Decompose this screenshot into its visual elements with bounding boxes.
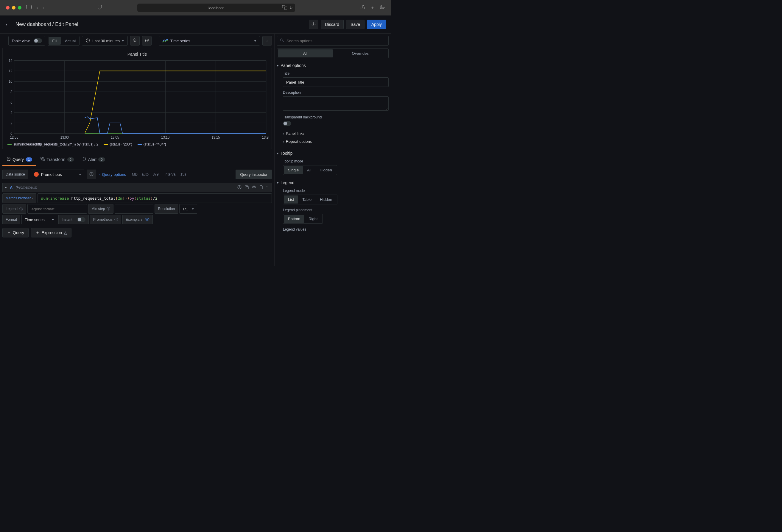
instant-toggle[interactable]: Instant xyxy=(58,215,89,224)
legend-swatch xyxy=(7,144,12,145)
apply-button[interactable]: Apply xyxy=(367,20,386,29)
svg-text:4: 4 xyxy=(10,111,12,114)
url-bar[interactable]: localhost ↻ xyxy=(137,4,295,12)
tab-alert[interactable]: Alert 0 xyxy=(78,154,109,166)
copy-icon[interactable] xyxy=(245,185,249,190)
query-expression-input[interactable]: sum(increase(http_requests_total[2m])) b… xyxy=(38,193,272,203)
tab-transform-label: Transform xyxy=(46,157,65,162)
query-row-header[interactable]: ▾ A (Prometheus) ? ⠿ xyxy=(2,183,272,192)
svg-rect-41 xyxy=(43,159,44,161)
viz-next-button[interactable]: › xyxy=(262,36,272,45)
discard-button[interactable]: Discard xyxy=(321,20,344,29)
close-window-icon[interactable] xyxy=(6,6,9,9)
reload-icon[interactable]: ↻ xyxy=(289,6,293,10)
datasource-select[interactable]: Prometheus ▾ xyxy=(31,169,84,179)
shield-icon[interactable] xyxy=(98,5,102,11)
legend-placement-label: Legend placement xyxy=(283,208,389,212)
instant-label: Instant xyxy=(62,218,72,222)
info-icon[interactable]: ⓘ xyxy=(114,217,118,222)
tab-overview-icon[interactable] xyxy=(380,5,385,11)
datasource-help-button[interactable]: ? xyxy=(87,169,96,179)
actual-button[interactable]: Actual xyxy=(61,36,79,45)
question-icon: ? xyxy=(89,172,94,177)
chevron-down-icon: ▾ xyxy=(122,39,124,43)
tooltip-label: Tooltip xyxy=(281,151,292,156)
share-icon[interactable] xyxy=(361,5,365,11)
title-input[interactable] xyxy=(283,77,389,87)
tab-query-label: Query xyxy=(12,157,24,162)
tab-transform[interactable]: Transform 0 xyxy=(36,154,78,166)
chevron-down-icon: ▾ xyxy=(277,151,279,155)
minstep-label: Min step xyxy=(92,207,105,211)
eye-icon xyxy=(145,218,149,222)
format-select[interactable]: Time series ▾ xyxy=(22,215,57,224)
tooltip-header[interactable]: ▾ Tooltip xyxy=(277,151,389,156)
legend-item[interactable]: {status="404"} xyxy=(138,142,166,146)
repeat-options-header[interactable]: › Repeat options xyxy=(277,138,389,146)
chevron-right-icon: › xyxy=(32,196,33,200)
tooltip-hidden[interactable]: Hidden xyxy=(316,166,336,174)
svg-point-39 xyxy=(7,157,10,158)
maximize-window-icon[interactable] xyxy=(18,6,22,9)
legend-right[interactable]: Right xyxy=(304,215,322,223)
chevron-right-icon[interactable]: › xyxy=(99,173,100,176)
panel-options-header[interactable]: ▾ Panel options xyxy=(277,63,389,68)
legend-table[interactable]: Table xyxy=(298,195,316,203)
query-options-link[interactable]: Query options xyxy=(102,172,126,177)
fill-button[interactable]: Fill xyxy=(48,37,61,45)
eye-icon[interactable] xyxy=(252,185,256,190)
time-picker[interactable]: Last 30 minutes ▾ xyxy=(82,36,128,45)
panel-links-header[interactable]: › Panel links xyxy=(277,129,389,138)
info-icon[interactable]: ⓘ xyxy=(20,206,23,212)
exemplars-toggle[interactable]: Exemplars xyxy=(122,215,153,224)
clock-icon xyxy=(86,38,90,43)
query-inspector-button[interactable]: Query inspector xyxy=(236,169,272,179)
legend-item[interactable]: sum(increase(http_requests_total[2m])) b… xyxy=(7,142,98,146)
toggle-switch-icon xyxy=(77,217,85,222)
search-options-input[interactable] xyxy=(277,36,389,45)
new-tab-icon[interactable]: ＋ xyxy=(370,5,375,11)
add-query-button[interactable]: ＋ Query xyxy=(2,228,29,237)
translate-icon[interactable] xyxy=(282,5,287,10)
legend-label: Legend xyxy=(6,207,17,211)
legend-item[interactable]: {status="200"} xyxy=(104,142,132,146)
legend-label: {status="404"} xyxy=(144,142,166,146)
tab-query[interactable]: Query 1 xyxy=(2,154,36,166)
chart-icon xyxy=(163,38,168,43)
resolution-select[interactable]: 1/1 ▾ xyxy=(179,204,197,214)
tooltip-single[interactable]: Single xyxy=(284,166,303,174)
legend-bottom[interactable]: Bottom xyxy=(284,215,304,223)
metrics-browser-button[interactable]: Metrics browser › xyxy=(2,193,36,203)
refresh-button[interactable] xyxy=(142,36,151,45)
url-text: localhost xyxy=(208,6,224,10)
back-arrow-icon[interactable]: ← xyxy=(5,21,11,28)
add-expression-button[interactable]: ＋ Expression △ xyxy=(31,228,71,237)
info-icon[interactable]: ⓘ xyxy=(107,206,110,212)
legend-format-input[interactable] xyxy=(27,204,87,214)
viz-type-label: Time series xyxy=(170,39,190,43)
help-icon[interactable]: ? xyxy=(237,185,242,190)
svg-text:13:05: 13:05 xyxy=(111,136,119,139)
seg-overrides[interactable]: Overrides xyxy=(333,49,388,58)
legend-list[interactable]: List xyxy=(284,195,298,203)
settings-button[interactable] xyxy=(309,20,318,29)
minimize-window-icon[interactable] xyxy=(12,6,15,9)
chevron-down-icon: ▾ xyxy=(277,181,279,185)
drag-handle-icon[interactable]: ⠿ xyxy=(266,185,269,190)
svg-text:13:15: 13:15 xyxy=(212,136,220,139)
minstep-input[interactable] xyxy=(115,204,153,214)
zoom-out-button[interactable] xyxy=(130,36,140,45)
transparent-bg-toggle[interactable] xyxy=(283,121,291,126)
save-button[interactable]: Save xyxy=(346,20,364,29)
description-input[interactable] xyxy=(283,97,389,111)
legend-header[interactable]: ▾ Legend xyxy=(277,180,389,185)
legend-hidden[interactable]: Hidden xyxy=(316,195,336,203)
back-icon[interactable]: ‹ xyxy=(36,5,38,10)
tooltip-all[interactable]: All xyxy=(303,166,315,174)
seg-all[interactable]: All xyxy=(278,49,333,58)
table-view-toggle[interactable]: Table view xyxy=(8,36,45,45)
trash-icon[interactable] xyxy=(259,185,263,190)
svg-rect-0 xyxy=(27,5,32,9)
sidebar-icon[interactable] xyxy=(26,5,32,10)
visualization-picker[interactable]: Time series ▾ xyxy=(159,36,260,45)
